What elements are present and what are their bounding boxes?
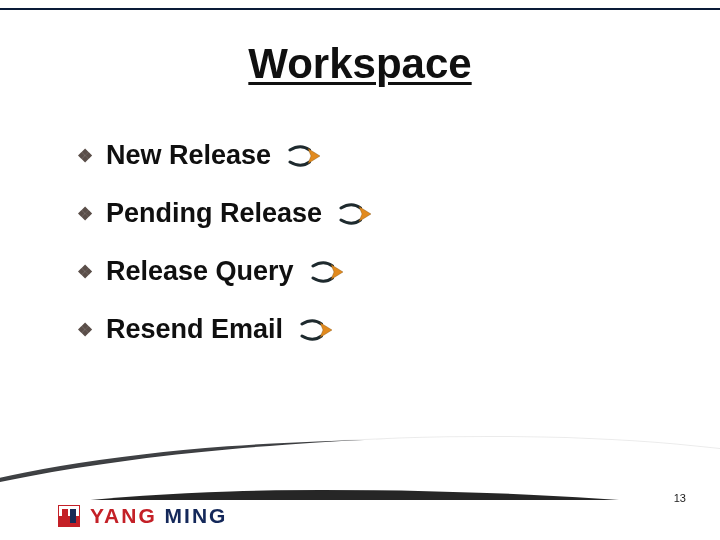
svg-marker-2 [331, 264, 343, 279]
slide: Workspace ❖ New Release ❖ Pending Releas… [0, 0, 720, 540]
brand-name-part: YANG [90, 504, 157, 527]
slide-title: Workspace [0, 40, 720, 88]
list-item: ❖ New Release [74, 140, 680, 171]
bullet-label: New Release [106, 140, 271, 171]
arrow-icon [338, 200, 374, 228]
brand-name-part: MING [165, 504, 228, 527]
brand-name: YANG MING [90, 504, 227, 528]
list-item: ❖ Release Query [74, 256, 680, 287]
brand-logo: YANG MING [58, 504, 227, 528]
page-number: 13 [674, 492, 686, 504]
svg-marker-1 [359, 206, 371, 221]
arrow-icon [299, 316, 335, 344]
bullet-label: Resend Email [106, 314, 283, 345]
bullet-label: Release Query [106, 256, 294, 287]
diamond-bullet-icon: ❖ [74, 205, 96, 223]
top-rule [0, 8, 720, 10]
list-item: ❖ Pending Release [74, 198, 680, 229]
bullet-label: Pending Release [106, 198, 322, 229]
list-item: ❖ Resend Email [74, 314, 680, 345]
diamond-bullet-icon: ❖ [74, 147, 96, 165]
diamond-bullet-icon: ❖ [74, 321, 96, 339]
brand-mark-icon [58, 505, 80, 527]
arrow-icon [310, 258, 346, 286]
bullet-list: ❖ New Release ❖ Pending Release [74, 140, 680, 372]
diamond-bullet-icon: ❖ [74, 263, 96, 281]
arrow-icon [287, 142, 323, 170]
svg-marker-3 [320, 322, 332, 337]
svg-marker-0 [308, 148, 320, 163]
